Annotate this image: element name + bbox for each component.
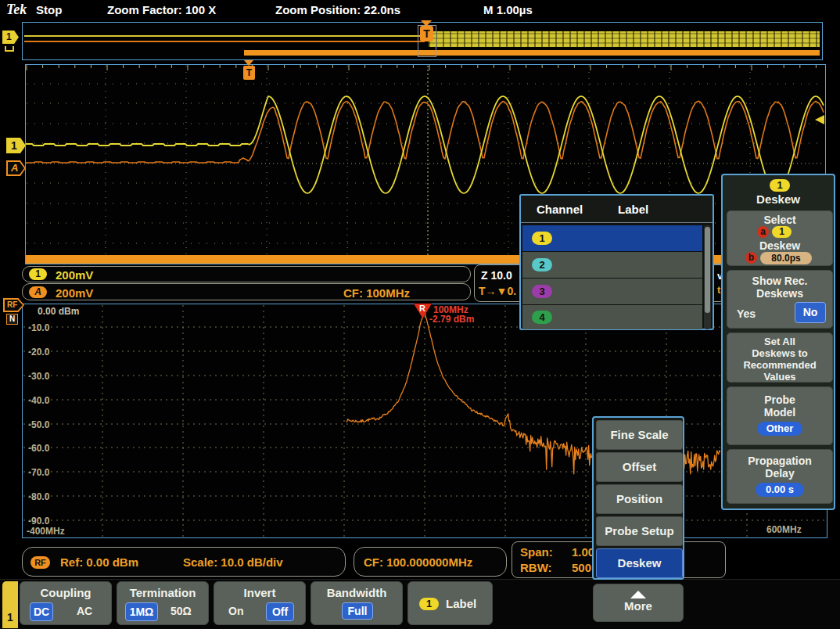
channel-tab[interactable]: 1 (2, 581, 18, 628)
coupling-ac-option[interactable]: AC (77, 605, 92, 617)
bandwidth-button[interactable]: Bandwidth Full (311, 581, 403, 625)
zoom-position-readout: Zoom Position: 22.0ns (275, 3, 400, 16)
readout-fragment-t: t (717, 284, 720, 296)
set-all-line3: Recommended (727, 359, 832, 371)
span-label: Span: (520, 545, 553, 559)
menu-item-position[interactable]: Position (596, 484, 683, 514)
invert-button[interactable]: Invert On Off (214, 581, 306, 625)
probe-model-value: Other (757, 422, 802, 436)
spectrum-db-tick-0: -10.0 (28, 322, 49, 333)
termination-title: Termination (117, 586, 208, 599)
ch1-scale-readout: 200mV (56, 268, 93, 282)
probe-model-line1: Probe (727, 394, 832, 406)
channel-popup-scrollbar[interactable] (704, 225, 711, 329)
deskew-value: 80.0ps (760, 252, 812, 264)
zoom-scale-readout: Z 10.0 (481, 269, 512, 282)
spectrum-db-tick-8: -90.0 (28, 516, 49, 527)
deskew-side-menu: 1 Deskew Select a 1 Deskew b 80.0ps Show… (721, 174, 835, 510)
prop-delay-line1: Propagation (727, 455, 832, 467)
deskew-select-button[interactable]: Select a 1 Deskew b 80.0ps (727, 210, 833, 266)
more-up-arrow-icon (630, 591, 646, 598)
ch1-readout-pill: 1 200mV (22, 266, 471, 282)
waveform-trigger-marker[interactable]: T (243, 66, 255, 80)
rbw-value: 500 (572, 561, 591, 574)
zoom-factor-readout: Zoom Factor: 100 X (107, 3, 216, 16)
label-button-text: Label (446, 597, 476, 610)
rf-badge: A (29, 286, 47, 298)
invert-title: Invert (214, 586, 305, 599)
top-bar: Tek Stop Zoom Factor: 100 X Zoom Positio… (0, 0, 840, 20)
overview-trigger-marker[interactable]: T (420, 26, 433, 41)
bandwidth-title: Bandwidth (311, 586, 402, 599)
rf-spectrum-marker-inner: RF (5, 300, 23, 311)
spectrum-db-tick-7: -80.0 (28, 491, 49, 502)
channel-row-2[interactable]: 2 (522, 252, 702, 278)
rf-ground-marker-outer[interactable]: A (6, 160, 26, 176)
invert-on-option[interactable]: On (228, 605, 243, 617)
menu-item-deskew[interactable]: Deskew (596, 548, 683, 578)
bandwidth-full-option[interactable]: Full (342, 602, 373, 620)
rf-spectrum-marker-outer: RF (3, 298, 24, 312)
coupling-title: Coupling (20, 586, 111, 599)
probe-model-button[interactable]: Probe Model Other (727, 386, 833, 445)
overview-ch1-clamp-icon (5, 46, 14, 52)
overview-ch1-burst-band (429, 31, 820, 47)
waveform-trigger-arrow-icon (244, 60, 253, 66)
set-all-line1: Set All (727, 336, 832, 347)
channel-row-4[interactable]: 4 (522, 305, 702, 329)
show-rec-line2: Deskews (727, 287, 832, 300)
spectrum-db-tick-1: -20.0 (28, 347, 49, 358)
termination-50-option[interactable]: 50Ω (171, 605, 192, 617)
menu-item-offset[interactable]: Offset (596, 452, 683, 482)
rf-readout-pill: A 200mV CF: 100MHz (22, 283, 471, 300)
ch1-ground-marker[interactable]: 1 (6, 138, 26, 153)
rf-ground-marker-inner: A (8, 162, 24, 174)
channel-2-badge: 2 (532, 258, 552, 271)
channel-1-badge: 1 (532, 232, 552, 245)
label-button[interactable]: 1 Label (407, 581, 493, 625)
tek-logo: Tek (6, 2, 27, 18)
label-button-badge: 1 (419, 598, 439, 610)
show-rec-yes-option[interactable]: Yes (737, 307, 756, 320)
set-all-deskews-button[interactable]: Set All Deskews to Recommended Values (727, 332, 833, 383)
acquisition-status: Stop (36, 3, 62, 16)
ch1-badge: 1 (29, 268, 47, 280)
menu-item-fine-scale[interactable]: Fine Scale (596, 420, 683, 450)
channel-label-popup: Channel Label 1 2 3 4 (519, 194, 714, 330)
channel-row-1[interactable]: 1 (522, 225, 702, 251)
select-channel-value: 1 (772, 226, 792, 238)
deskew-label: Deskew (727, 239, 832, 252)
propagation-delay-button[interactable]: Propagation Delay 0.00 s (727, 449, 833, 504)
channel-row-3[interactable]: 3 (522, 279, 702, 304)
rf-scale-readout: 200mV (56, 286, 93, 300)
show-rec-deskews-button[interactable]: Show Rec. Deskews Yes No (727, 270, 833, 329)
invert-off-option[interactable]: Off (266, 602, 294, 621)
set-all-line4: Values (727, 371, 832, 383)
coupling-dc-option[interactable]: DC (30, 602, 53, 621)
channel-4-badge: 4 (532, 311, 552, 324)
termination-button[interactable]: Termination 1MΩ 50Ω (117, 581, 209, 625)
set-all-line2: Deskews to (727, 347, 832, 359)
spectrum-db-tick-6: -70.0 (28, 467, 49, 478)
label-column-header: Label (618, 203, 648, 216)
scrollbar-thumb[interactable] (705, 227, 710, 313)
rf-settings-badge: RF (31, 556, 50, 569)
termination-1m-option[interactable]: 1MΩ (125, 602, 158, 621)
multipurpose-b-badge: b (745, 252, 757, 264)
vertical-submenu-popup: Fine Scale Offset Position Probe Setup D… (592, 416, 684, 580)
rf-ref-level-readout: Ref: 0.00 dBm (60, 555, 138, 569)
rf-settings-pill: RF Ref: 0.00 dBm Scale: 10.0 dB/div (22, 547, 346, 577)
oscilloscope-screen: Tek Stop Zoom Factor: 100 X Zoom Positio… (0, 0, 840, 629)
channel-column-header: Channel (537, 203, 583, 216)
peak-marker-letter: R (419, 304, 425, 313)
more-button[interactable]: More (593, 584, 684, 622)
more-button-label: More (594, 599, 683, 613)
multipurpose-a-badge: a (757, 226, 769, 238)
show-rec-no-option[interactable]: No (795, 302, 826, 323)
peak-marker-level: -2.79 dBm (429, 314, 474, 325)
channel-popup-header: Channel Label (521, 196, 713, 223)
bottom-menu-bar: 1 Coupling DC AC Termination 1MΩ 50Ω Inv… (0, 579, 840, 629)
coupling-button[interactable]: Coupling DC AC (20, 581, 112, 625)
probe-model-line2: Model (727, 406, 832, 419)
menu-item-probe-setup[interactable]: Probe Setup (596, 516, 683, 546)
